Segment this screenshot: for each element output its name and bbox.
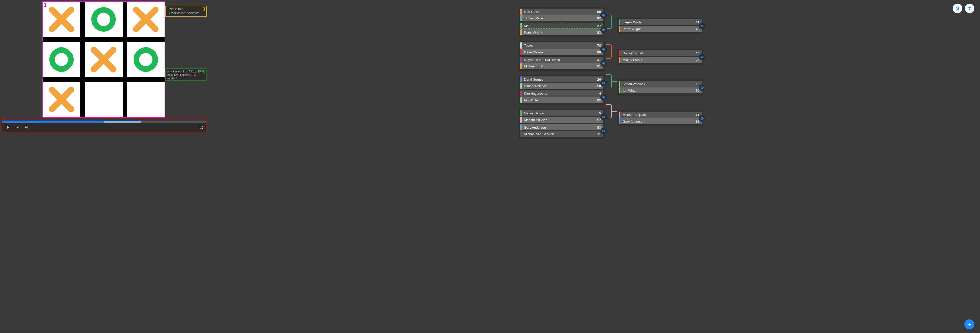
bracket-player-row[interactable]: Simon Whitlock50 <box>520 83 603 89</box>
eye-icon <box>601 61 606 65</box>
info-overlay: 3 Points: 100 Classification: Accepted <box>165 6 207 17</box>
ttt-cell-2[interactable] <box>127 2 165 37</box>
ttt-cell-6[interactable] <box>43 82 80 117</box>
bracket-player-row[interactable]: Ian White62 <box>520 97 603 103</box>
bracket-player-row[interactable]: Gary Anderson92 <box>619 118 702 124</box>
bracket-player-row[interactable]: Tester78 <box>520 43 603 48</box>
ttt-cell-5[interactable] <box>127 42 165 77</box>
bracket-group: Mensur Suljovic65Gary Anderson92 <box>617 110 703 126</box>
bracket-player-row[interactable]: Peter Wright83 <box>520 29 603 35</box>
watch-button[interactable] <box>699 115 705 122</box>
bracket-group: Daryl Gurney26Simon Whitlock50Kim Huybre… <box>519 75 605 105</box>
bracket-match: Kim Huybrechts4Ian White62 <box>520 91 603 103</box>
bracket-connector-line <box>612 51 617 52</box>
svg-point-8 <box>137 50 155 69</box>
player-name: Kim Huybrechts <box>522 92 597 96</box>
watch-button[interactable] <box>600 80 607 86</box>
bracket-match: James Wade31Peter Wright45 <box>619 19 702 32</box>
player-name: Ian White <box>522 98 595 102</box>
progress-track[interactable] <box>2 121 206 123</box>
debug-heading: heading:54 speed:10.0 <box>167 73 205 77</box>
debug-position: position:Point [x=230, y=1356] <box>167 70 205 73</box>
player-name: Gary Anderson <box>620 119 693 123</box>
watch-button[interactable] <box>600 26 607 33</box>
bracket-group: Tester78Dave Chisnall89Raymond van Barne… <box>519 41 605 71</box>
player-name: James Wade <box>620 21 693 24</box>
tictactoe-grid <box>43 2 165 117</box>
bracket-connector-line <box>612 81 617 82</box>
bracket-player-row[interactable]: Daryl Gurney26 <box>520 76 603 82</box>
ttt-cell-8[interactable] <box>127 82 165 117</box>
bracket-player-row[interactable]: Ian White50 <box>619 88 702 94</box>
next-button[interactable] <box>24 125 29 130</box>
progress-fill <box>2 121 104 123</box>
player-name: Tester <box>522 44 595 48</box>
bracket-player-row[interactable]: Simon Whitlock16 <box>619 81 702 87</box>
bracket-match: Raymond van Barneveld31Michael Smith61 <box>520 57 603 69</box>
fullscreen-button[interactable] <box>199 125 204 130</box>
watch-button[interactable] <box>600 94 607 100</box>
bracket-player-row[interactable]: Gerwyn Price5 <box>520 110 603 116</box>
watch-button[interactable] <box>600 46 607 53</box>
player-name: Me <box>522 24 595 28</box>
watch-button[interactable] <box>699 23 705 29</box>
eye-icon <box>700 116 704 121</box>
bracket-player-row[interactable]: Dave Chisnall14 <box>619 50 702 56</box>
info-classification: Classification: Accepted <box>167 11 205 15</box>
left-pane: 1 3 Points: 100 Classification: Accepted… <box>0 0 516 333</box>
bracket-match: Gerwyn Price5Mensur Suljovic57 <box>520 110 603 123</box>
bracket-player-row[interactable]: Michael van Gerwen11 <box>520 131 603 137</box>
player-name: James Wade <box>522 16 595 20</box>
bracket-connector <box>606 104 612 118</box>
play-button[interactable] <box>5 124 10 130</box>
bracket-player-row[interactable]: Mensur Suljovic65 <box>619 112 702 118</box>
ttt-cell-4[interactable] <box>85 42 123 77</box>
watch-button[interactable] <box>699 54 705 60</box>
debug-rotate: rotate:-1 <box>167 77 205 80</box>
player-name: Mensur Suljovic <box>620 113 693 117</box>
watch-button[interactable] <box>600 114 607 120</box>
ttt-cell-0[interactable] <box>43 2 80 37</box>
ttt-cell-3[interactable] <box>43 42 80 77</box>
watch-button[interactable] <box>600 12 607 19</box>
bracket-player-row[interactable]: Dave Chisnall89 <box>520 49 603 55</box>
player-name: Daryl Gurney <box>522 78 595 81</box>
player-name: Peter Wright <box>620 27 693 31</box>
player-name: Michael Smith <box>620 58 693 62</box>
eye-icon <box>700 86 704 90</box>
bracket-player-row[interactable]: Michael Smith28 <box>619 57 702 63</box>
ttt-cell-1[interactable] <box>85 2 123 37</box>
prev-button[interactable] <box>15 125 19 130</box>
bracket-player-row[interactable]: Kim Huybrechts4 <box>520 91 603 97</box>
annotation-label-3: 3 <box>203 6 205 12</box>
bracket-match: Gary Anderson83Michael van Gerwen11 <box>520 124 603 137</box>
watch-button[interactable] <box>699 84 705 91</box>
bracket-match: Rob Cross68James Wade82 <box>520 9 603 21</box>
ttt-cell-7[interactable] <box>85 82 123 117</box>
bracket-player-row[interactable]: Rob Cross68 <box>520 9 603 15</box>
bracket-player-row[interactable]: Gary Anderson83 <box>520 124 603 131</box>
player-name: Gary Anderson <box>522 126 595 129</box>
watch-button[interactable] <box>600 60 607 67</box>
bracket-player-row[interactable]: James Wade82 <box>520 15 603 21</box>
bracket-player-row[interactable]: Me37 <box>520 23 603 29</box>
right-pane: Rob Cross68James Wade82Me37Peter Wright8… <box>516 0 980 333</box>
bracket-player-row[interactable]: Michael Smith61 <box>520 63 603 69</box>
bracket-group: Dave Chisnall14Michael Smith28 <box>617 48 703 65</box>
player-name: Dave Chisnall <box>620 51 693 55</box>
bracket-player-row[interactable]: Mensur Suljovic57 <box>520 117 603 123</box>
bracket-round-0: Rob Cross68James Wade82Me37Peter Wright8… <box>519 7 605 142</box>
svg-point-2 <box>94 10 113 29</box>
bracket-player-row[interactable]: Peter Wright45 <box>619 26 702 32</box>
eye-icon <box>700 24 704 28</box>
bracket-match: Dave Chisnall14Michael Smith28 <box>619 50 702 63</box>
annotation-label-1: 1 <box>44 2 47 8</box>
progress-buffer <box>104 121 141 123</box>
player-name: Rob Cross <box>522 10 595 14</box>
bracket-player-row[interactable]: James Wade31 <box>619 19 702 25</box>
player-name: Mensur Suljovic <box>522 118 595 122</box>
watch-button[interactable] <box>600 128 607 134</box>
bracket-group: Simon Whitlock16Ian White50 <box>617 79 703 96</box>
next-fab-button[interactable] <box>964 319 974 330</box>
bracket-player-row[interactable]: Raymond van Barneveld31 <box>520 57 603 63</box>
